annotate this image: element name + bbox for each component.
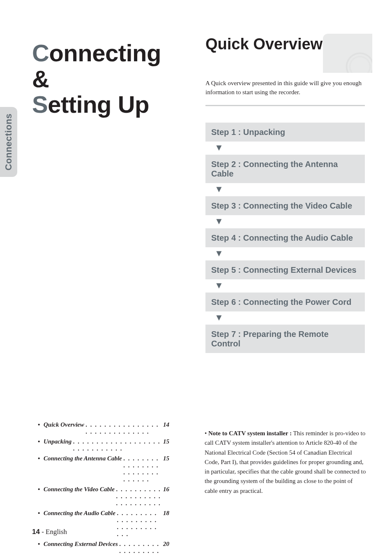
toc-leader-dots: . . . . . . . . . . . . . . . . . . . . … [115, 510, 163, 538]
note-lead: Note to CATV system installer : [208, 430, 292, 437]
toc-page: 18 [163, 510, 169, 517]
title-rest-1: onnecting & [32, 39, 161, 92]
bullet-icon: • [38, 486, 44, 493]
toc-label: Connecting External Devices [44, 541, 118, 548]
toc-page: 15 [163, 438, 169, 445]
steps-list: Step 1 : Unpacking ▼ Step 2 : Connecting… [205, 123, 365, 353]
toc-row: • Quick Overview . . . . . . . . . . . .… [38, 420, 169, 437]
horizontal-rule [205, 105, 365, 106]
toc-leader-dots: . . . . . . . . . . . . . . . . . . . . … [118, 541, 163, 555]
chapter-title-line2: Setting Up [32, 92, 184, 118]
bullet-icon: • [38, 541, 44, 548]
bullet-icon: • [38, 455, 44, 462]
toc-page: 14 [163, 421, 169, 428]
toc-page: 20 [163, 541, 169, 548]
bullet-icon: • [205, 430, 207, 437]
toc-leader-dots: . . . . . . . . . . . . . . . . . . . . … [122, 455, 163, 483]
bullet-icon: • [38, 438, 44, 445]
footer-sep: - [40, 528, 46, 536]
toc-leader-dots: . . . . . . . . . . . . . . . . . . . . … [115, 486, 163, 507]
note-body: This reminder is pro-video to call CATV … [205, 430, 366, 494]
toc-row: • Unpacking . . . . . . . . . . . . . . … [38, 437, 169, 453]
overview-heading-block: Quick Overview [205, 35, 367, 65]
chapter-title-line1: Connecting & [32, 40, 184, 92]
down-arrow-icon: ▼ [205, 247, 365, 260]
installer-note: • Note to CATV system installer : This r… [205, 429, 367, 496]
title-accent-1: C [32, 39, 49, 66]
bullet-icon: • [38, 421, 44, 428]
title-accent-2: S [32, 91, 48, 118]
toc-leader-dots: . . . . . . . . . . . . . . . . . . . . … [84, 421, 163, 435]
toc-label: Connecting the Antenna Cable [44, 455, 122, 462]
step-item: Step 2 : Connecting the Antenna Cable [205, 155, 365, 183]
down-arrow-icon: ▼ [205, 215, 365, 228]
down-arrow-icon: ▼ [205, 183, 365, 196]
toc-row: • Connecting the Antenna Cable . . . . .… [38, 453, 169, 484]
section-tab: Connections [0, 107, 17, 177]
toc-label: Quick Overview [44, 421, 84, 428]
chapter-title: Connecting & Setting Up [32, 40, 184, 118]
toc-label: Connecting the Video Cable [44, 486, 115, 493]
step-item: Step 7 : Preparing the Remote Control [205, 325, 365, 353]
toc-row: • Connecting the Video Cable . . . . . .… [38, 484, 169, 508]
toc-page: 15 [163, 455, 169, 462]
section-tab-label: Connections [3, 114, 14, 171]
step-item: Step 5 : Connecting External Devices [205, 260, 365, 279]
step-item: Step 4 : Connecting the Audio Cable [205, 228, 365, 247]
down-arrow-icon: ▼ [205, 142, 365, 155]
page-footer: 14 - English [32, 528, 67, 536]
toc-row: • Connecting External Devices . . . . . … [38, 539, 169, 555]
overview-heading: Quick Overview [205, 35, 367, 65]
step-item: Step 1 : Unpacking [205, 123, 365, 142]
step-item: Step 6 : Connecting the Power Cord [205, 293, 365, 311]
footer-lang: English [46, 528, 67, 536]
overview-intro: A Quick overview presented in this guide… [205, 79, 362, 97]
down-arrow-icon: ▼ [205, 279, 365, 293]
page-number: 14 [32, 528, 40, 536]
step-item: Step 3 : Connecting the Video Cable [205, 196, 365, 215]
toc-page: 16 [163, 486, 169, 493]
bullet-icon: • [38, 510, 44, 517]
down-arrow-icon: ▼ [205, 311, 365, 325]
title-rest-2: etting Up [48, 91, 149, 118]
toc-leader-dots: . . . . . . . . . . . . . . . . . . . . … [71, 438, 163, 452]
toc-label: Connecting the Audio Cable [44, 510, 115, 517]
toc-label: Unpacking [44, 438, 71, 445]
